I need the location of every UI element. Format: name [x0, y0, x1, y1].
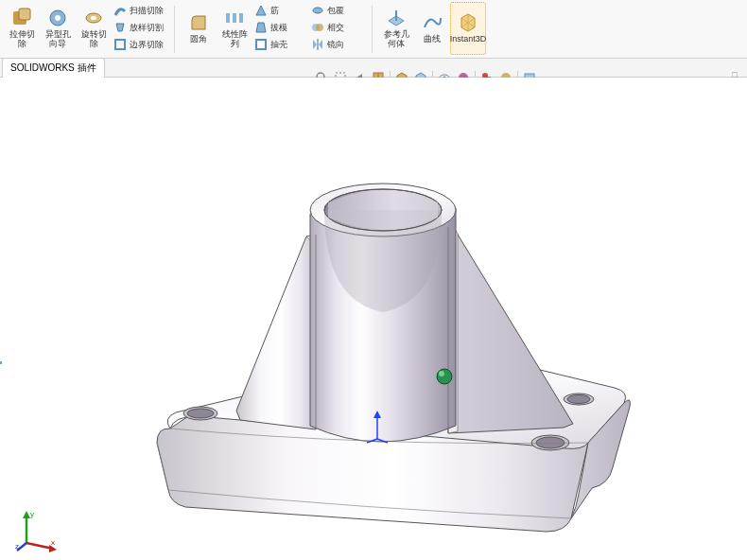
ribbon-label: 镜向	[327, 39, 344, 51]
svg-point-3	[55, 15, 61, 21]
intersect-button[interactable]: 相交	[309, 19, 366, 36]
swept-cut-button[interactable]: 扫描切除	[112, 2, 168, 19]
ref-geometry-button[interactable]: 参考几 何体	[378, 2, 414, 55]
ribbon-separator	[174, 6, 175, 53]
ribbon-label: 线性阵 列	[218, 30, 251, 49]
ref-geometry-icon	[386, 8, 407, 28]
boundary-cut-icon	[113, 38, 127, 51]
ribbon-label: 参考几 何体	[380, 30, 412, 49]
ribbon-label: 旋转切 除	[78, 30, 110, 49]
origin-marker	[363, 411, 391, 445]
svg-point-33	[536, 437, 565, 448]
revolved-cut-icon	[83, 8, 104, 28]
svg-point-12	[313, 8, 322, 13]
instant3d-icon	[458, 12, 478, 33]
fillet-icon	[188, 12, 209, 33]
ribbon-toolbar: 拉伸切 除 异型孔 向导 旋转切 除 扫描切除 放样切割 边界切除 圆角 线性阵…	[0, 0, 747, 59]
svg-point-14	[316, 24, 323, 31]
3d-viewport[interactable]: y x z	[0, 78, 747, 560]
ribbon-label: 边界切除	[130, 39, 164, 51]
rib-button[interactable]: 筋	[252, 2, 309, 19]
svg-point-35	[567, 395, 590, 404]
hole-wizard-icon	[47, 8, 68, 28]
svg-text:x: x	[51, 538, 55, 547]
ribbon-label: 扫描切除	[130, 5, 164, 17]
ribbon-label: 拉伸切 除	[6, 30, 38, 49]
mirror-button[interactable]: 镜向	[309, 36, 366, 53]
coordinate-triad: y x z	[13, 507, 59, 552]
ribbon-label: 放样切割	[130, 22, 164, 34]
svg-point-42	[439, 371, 444, 376]
extruded-cut-button[interactable]: 拉伸切 除	[4, 2, 40, 55]
instant3d-button[interactable]: Instant3D	[450, 2, 486, 55]
linear-pattern-button[interactable]: 线性阵 列	[217, 2, 252, 55]
shell-icon	[254, 38, 268, 51]
lofted-cut-icon	[113, 21, 127, 34]
wrap-icon	[311, 4, 324, 17]
svg-rect-1	[19, 9, 30, 20]
mirror-icon	[311, 38, 324, 51]
curves-button[interactable]: 曲线	[414, 2, 450, 55]
svg-rect-6	[115, 40, 125, 49]
wrap-button[interactable]: 包覆	[309, 2, 366, 19]
extruded-cut-icon	[11, 8, 32, 28]
fillet-button[interactable]: 圆角	[181, 2, 217, 55]
svg-rect-7	[226, 13, 230, 23]
ribbon-label: 圆角	[190, 35, 207, 44]
svg-point-41	[437, 369, 452, 384]
ribbon-label: 筋	[270, 5, 279, 17]
svg-line-47	[26, 543, 53, 549]
draft-icon	[254, 21, 268, 34]
ribbon-separator	[372, 6, 373, 53]
shell-button[interactable]: 抽壳	[252, 36, 309, 53]
curves-icon	[422, 12, 443, 33]
hole-wizard-button[interactable]: 异型孔 向导	[40, 2, 76, 55]
rib-icon	[254, 4, 268, 17]
ribbon-label: 异型孔 向导	[42, 30, 74, 49]
svg-text:y: y	[30, 510, 34, 518]
svg-rect-9	[239, 13, 243, 23]
3d-model	[142, 112, 634, 537]
swept-cut-icon	[113, 4, 127, 17]
ribbon-label: 拔模	[270, 22, 287, 34]
feature-tree-edge[interactable]	[0, 361, 2, 364]
ribbon-label: 包覆	[327, 5, 344, 17]
tab-solidworks-addins[interactable]: SOLIDWORKS 插件	[2, 58, 105, 78]
linear-pattern-icon	[224, 8, 245, 28]
ribbon-label: 相交	[327, 22, 344, 34]
svg-point-5	[91, 16, 96, 20]
svg-rect-11	[259, 43, 263, 46]
svg-text:z: z	[15, 542, 19, 551]
intersect-icon	[311, 21, 324, 34]
svg-rect-8	[233, 13, 236, 23]
svg-line-44	[367, 439, 377, 443]
lofted-cut-button[interactable]: 放样切割	[112, 19, 168, 36]
draft-button[interactable]: 拔模	[252, 19, 309, 36]
ribbon-label: 抽壳	[270, 39, 287, 51]
revolved-cut-button[interactable]: 旋转切 除	[76, 2, 112, 55]
svg-point-31	[187, 409, 214, 418]
ribbon-label: Instant3D	[450, 35, 487, 44]
ribbon-label: 曲线	[424, 35, 441, 44]
svg-line-45	[377, 439, 388, 443]
boundary-cut-button[interactable]: 边界切除	[112, 36, 168, 53]
